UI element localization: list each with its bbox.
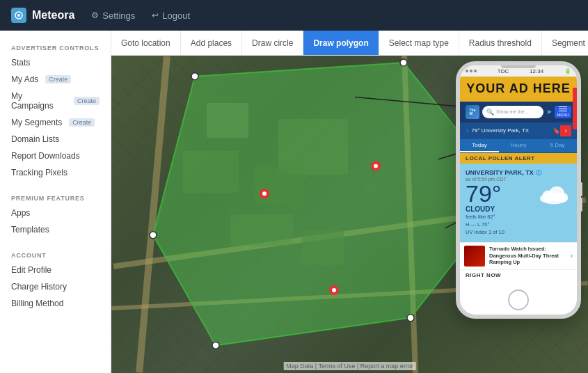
phone-outer-shell: TDC 12:34 🔋 YOUR AD HERE <box>456 61 581 319</box>
sidebar-item-templates[interactable]: Templates <box>0 221 111 238</box>
phone-screen: TDC 12:34 🔋 YOUR AD HERE <box>460 65 577 288</box>
app-logo: Meteora <box>11 8 74 23</box>
sidebar-item-edit-profile[interactable]: Edit Profile <box>0 262 111 278</box>
map-attribution: Map Data | Terms of Use | Report a map e… <box>283 362 416 370</box>
sidebar-item-tracking-pixels[interactable]: Tracking Pixels <box>0 164 111 181</box>
ad-red-stripe <box>573 88 577 129</box>
arrow-right-icon[interactable]: › <box>560 125 571 136</box>
weather-tabs: Today Hourly 5 Day <box>460 139 577 153</box>
battery-icon: 🔋 <box>564 68 571 74</box>
weather-tab-today[interactable]: Today <box>460 139 499 152</box>
sidebar-item-stats[interactable]: Stats <box>0 54 111 71</box>
building-block-2 <box>183 151 239 193</box>
menu-line-3 <box>559 111 567 111</box>
sidebar-item-charge-history[interactable]: Charge History <box>0 278 111 295</box>
ad-banner: YOUR AD HERE <box>460 77 577 102</box>
weather-details: feels like 82° H — L 70° UV Index 1 of 1… <box>466 213 571 237</box>
my-segments-badge: Create <box>69 118 95 127</box>
weather-tab-5day[interactable]: 5 Day <box>538 139 577 152</box>
tab-radius-threshold[interactable]: Radius threshold <box>459 31 542 55</box>
logout-icon: ↩ <box>152 10 159 20</box>
sidebar-item-billing-method[interactable]: Billing Method <box>0 295 111 312</box>
road-vertical-2 <box>402 56 418 373</box>
tabs-bar: Goto location Add places Draw circle Dra… <box>111 31 588 56</box>
building-block-6 <box>302 230 344 265</box>
sidebar-section-premium-features: PREMIUM FEATURES <box>0 188 111 205</box>
weather-location-bar: ↑ 79° University Park, TX 🔖 › <box>460 122 577 139</box>
weather-search-input[interactable]: 🔍 Show me the... <box>482 106 543 118</box>
tab-select-map-type[interactable]: Select map type <box>379 31 459 55</box>
phone-home-button[interactable] <box>508 289 529 310</box>
signal-dots <box>466 70 477 72</box>
pollen-alert-bar: LOCAL POLLEN ALERT <box>460 153 577 164</box>
content-area: Goto location Add places Draw circle Dra… <box>111 31 588 373</box>
info-icon: ⓘ <box>536 169 541 177</box>
logo-icon <box>11 8 26 23</box>
building-block-1 <box>207 103 248 138</box>
svg-point-1 <box>17 14 20 17</box>
tab-goto-location[interactable]: Goto location <box>111 31 181 55</box>
signal-dot-2 <box>470 70 472 72</box>
sidebar-item-domain-lists[interactable]: Domain Lists <box>0 131 111 148</box>
tab-segment-settings[interactable]: Segment settings <box>542 31 588 55</box>
news-text-content: Tornado Watch Issued: Dangerous Multi-Da… <box>489 246 566 266</box>
gear-icon: ⚙ <box>91 10 99 20</box>
news-arrow-icon: › <box>571 252 573 260</box>
building-block-5 <box>230 214 293 246</box>
tab-add-places[interactable]: Add places <box>181 31 242 55</box>
sidebar-section-account: ACCOUNT <box>0 245 111 262</box>
sidebar-item-my-ads[interactable]: My Ads Create <box>0 71 111 88</box>
weather-temperature: 79° <box>466 182 501 205</box>
cloud-icon <box>537 182 571 206</box>
uv-index: UV Index 1 of 10 <box>466 228 571 236</box>
signal-dot-3 <box>474 70 477 72</box>
news-thumbnail <box>464 246 485 267</box>
search-icon: 🔍 <box>486 109 494 116</box>
tab-draw-polygon[interactable]: Draw polygon <box>303 31 379 55</box>
location-text: 79° University Park, TX <box>472 127 550 134</box>
weather-main-content: UNIVERSITY PARK, TX ⓘ as of 5:54 pm CDT … <box>460 164 577 242</box>
menu-icon[interactable]: MENU <box>555 106 571 118</box>
weather-temp-row: 79° CLOUDY <box>466 182 571 213</box>
top-nav: Meteora ⚙ Settings ↩ Logout <box>0 0 588 31</box>
ad-banner-text: YOUR AD HERE <box>466 82 571 96</box>
news-headline: Tornado Watch Issued: Dangerous Multi-Da… <box>489 246 566 266</box>
bookmark-icon: 🔖 <box>553 127 560 134</box>
search-placeholder: Show me the... <box>496 109 529 114</box>
settings-link[interactable]: ⚙ Settings <box>91 10 135 21</box>
phone-notch <box>501 65 536 68</box>
battery-icon-group: 🔋 <box>564 68 571 74</box>
weather-tab-hourly[interactable]: Hourly <box>499 139 538 152</box>
sidebar-item-my-campaigns[interactable]: My Campaigns Create <box>0 88 111 114</box>
tab-draw-circle[interactable]: Draw circle <box>242 31 303 55</box>
sidebar-section-advertiser-controls: ADVERTISER CONTROLS <box>0 38 111 54</box>
weather-news-item[interactable]: Tornado Watch Issued: Dangerous Multi-Da… <box>460 242 577 269</box>
my-campaigns-badge: Create <box>74 97 100 105</box>
navigation-icon: ➤ <box>546 108 552 116</box>
weather-search-bar: TheW 🔍 Show me the... ➤ ME <box>460 102 577 122</box>
weather-city-name: UNIVERSITY PARK, TX ⓘ <box>466 169 571 177</box>
map-area[interactable]: + − Map Data | Terms of Use | Report a m… <box>111 56 588 373</box>
sidebar: ADVERTISER CONTROLS Stats My Ads Create … <box>0 31 111 373</box>
carrier-name: TDC <box>498 68 509 74</box>
location-arrow-icon: ↑ <box>466 127 469 134</box>
app-name: Meteora <box>32 9 74 22</box>
high-low: H — L 70° <box>466 221 571 228</box>
feels-like: feels like 82° <box>466 213 571 221</box>
building-block-4 <box>255 167 303 205</box>
menu-line-1 <box>559 106 567 107</box>
clock-time: 12:34 <box>530 68 543 74</box>
sidebar-item-my-segments[interactable]: My Segments Create <box>0 114 111 131</box>
menu-label: MENU <box>557 113 569 117</box>
sidebar-item-apps[interactable]: Apps <box>0 205 111 221</box>
road-vertical-1 <box>136 56 170 372</box>
main-layout: ADVERTISER CONTROLS Stats My Ads Create … <box>0 31 588 373</box>
signal-dot-1 <box>466 70 468 72</box>
sidebar-item-report-downloads[interactable]: Report Downloads <box>0 148 111 164</box>
svg-point-21 <box>559 193 568 202</box>
menu-line-2 <box>559 109 567 109</box>
logout-link[interactable]: ↩ Logout <box>152 10 190 21</box>
phone-mockup: TDC 12:34 🔋 YOUR AD HERE <box>456 61 581 319</box>
weather-channel-logo: TheW <box>466 105 479 119</box>
my-ads-badge: Create <box>45 75 71 84</box>
